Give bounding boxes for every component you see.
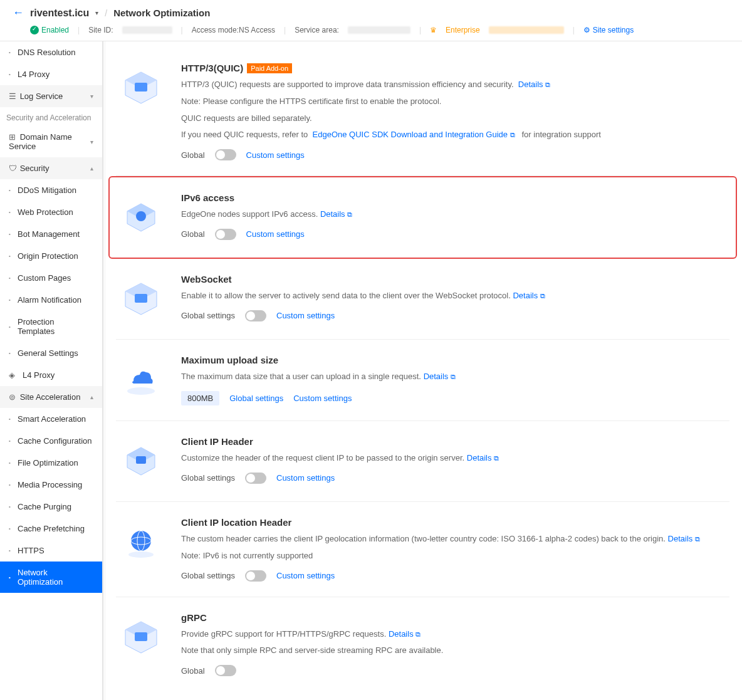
plan-detail-redacted	[489, 26, 564, 34]
feature-indent1-http3: QUIC requests are billed separately.	[181, 112, 729, 125]
custom-settings-link[interactable]: Custom settings	[276, 311, 335, 320]
feature-title-client-ip: Client IP Header	[181, 436, 253, 447]
svg-point-13	[128, 551, 154, 558]
sidebar-item-protection-templates[interactable]: Protection Templates	[0, 311, 102, 342]
external-link-icon: ⧉	[347, 211, 352, 218]
window-icon: ⊞	[9, 132, 18, 142]
feature-indent2-prefix: If you need QUIC requests, refer to	[181, 130, 308, 139]
status-enabled: Enabled	[30, 26, 69, 34]
sidebar-item-network-optimization[interactable]: Network Optimization	[0, 562, 102, 593]
chevron-down-icon: ▾	[90, 138, 93, 145]
sidebar-item-dns-resolution[interactable]: DNS Resolution	[0, 41, 102, 63]
back-arrow-icon[interactable]: ←	[13, 6, 24, 19]
sidebar-item-bot-management[interactable]: Bot Management	[0, 223, 102, 245]
breadcrumb-separator: /	[105, 8, 107, 18]
toggle-client-ip-location[interactable]	[245, 570, 266, 582]
external-link-icon: ⧉	[510, 131, 515, 138]
details-link[interactable]: Details ⧉	[518, 80, 550, 89]
feature-desc-ipv6: EdgeOne nodes support IPv6 access.	[181, 209, 318, 219]
site-id-label: Site ID:	[88, 26, 113, 34]
details-link[interactable]: Details ⧉	[467, 453, 499, 462]
custom-settings-link[interactable]: Custom settings	[276, 571, 335, 580]
feature-note-grpc: Note that only simple RPC and server-sid…	[181, 644, 729, 657]
details-link[interactable]: Details ⧉	[424, 372, 456, 381]
custom-settings-link[interactable]: Custom settings	[293, 394, 352, 403]
details-link[interactable]: Details ⧉	[389, 629, 421, 639]
sidebar-item-web-protection[interactable]: Web Protection	[0, 201, 102, 223]
external-link-icon: ⧉	[540, 292, 545, 300]
feature-icon-client-ip	[116, 436, 166, 486]
sidebar-item-origin-protection[interactable]: Origin Protection	[0, 245, 102, 267]
feature-note-http3: Note: Please configure the HTTPS certifi…	[181, 95, 729, 108]
external-link-icon: ⧉	[695, 535, 700, 543]
sidebar-item-https[interactable]: HTTPS	[0, 540, 102, 562]
speed-icon: ⊚	[9, 392, 18, 402]
page-header: ← riventest.icu ▾ / Network Optimization…	[0, 0, 742, 41]
toggle-grpc[interactable]	[215, 665, 236, 676]
sidebar-item-site-acceleration[interactable]: ⊚ Site Acceleration ▴	[0, 386, 102, 408]
svg-rect-2	[135, 83, 147, 91]
feature-card-max-upload: Maximum upload size The maximum data siz…	[116, 340, 729, 421]
custom-settings-link[interactable]: Custom settings	[276, 473, 335, 483]
toggle-http3[interactable]	[215, 149, 236, 160]
sidebar-item-log-service[interactable]: ☰ Log Service ▾	[0, 85, 102, 107]
sidebar-item-cache-configuration[interactable]: Cache Configuration	[0, 430, 102, 452]
sidebar-item-l4-proxy[interactable]: ◈ L4 Proxy	[0, 364, 102, 386]
feature-icon-globe	[116, 517, 166, 567]
sidebar-item-custom-pages[interactable]: Custom Pages	[0, 267, 102, 289]
toggle-client-ip[interactable]	[245, 473, 266, 484]
feature-icon-websocket	[116, 274, 166, 324]
scope-label: Global settings	[181, 571, 235, 580]
access-mode-value: NS Access	[239, 26, 275, 34]
sidebar-item-l4-proxy-top[interactable]: L4 Proxy	[0, 63, 102, 85]
toggle-websocket[interactable]	[245, 310, 266, 321]
scope-label: Global	[181, 150, 205, 160]
quic-sdk-link[interactable]: EdgeOne QUIC SDK Download and Integratio…	[313, 130, 515, 139]
details-link[interactable]: Details ⧉	[320, 209, 352, 219]
svg-rect-8	[135, 294, 147, 303]
chevron-up-icon: ▴	[90, 394, 93, 400]
service-area-label: Service area:	[295, 26, 339, 34]
feature-title-grpc: gRPC	[181, 612, 207, 623]
sidebar-item-general-settings[interactable]: General Settings	[0, 342, 102, 364]
toggle-ipv6[interactable]	[215, 229, 236, 240]
svg-rect-19	[135, 632, 147, 641]
sidebar-item-ddos[interactable]: DDoS Mitigation	[0, 179, 102, 201]
sidebar-item-cache-purging[interactable]: Cache Purging	[0, 496, 102, 518]
feature-icon-upload	[116, 355, 166, 405]
sidebar-section-label: Security and Acceleration	[0, 107, 102, 126]
sidebar-item-alarm-notification[interactable]: Alarm Notification	[0, 289, 102, 311]
chevron-down-icon: ▾	[90, 93, 93, 100]
details-link[interactable]: Details ⧉	[668, 534, 700, 543]
svg-point-5	[136, 211, 146, 221]
plan-label: Enterprise	[446, 26, 480, 34]
site-settings-link[interactable]: ⚙ Site settings	[583, 26, 634, 34]
global-settings-link[interactable]: Global settings	[229, 394, 283, 403]
enabled-label: Enabled	[41, 26, 69, 34]
chevron-down-icon[interactable]: ▾	[95, 9, 98, 16]
feature-title-http3: HTTP/3(QUIC)	[181, 63, 243, 73]
custom-settings-link[interactable]: Custom settings	[246, 150, 305, 160]
feature-desc-websocket: Enable it to allow the server to activel…	[181, 291, 511, 300]
details-link[interactable]: Details ⧉	[513, 291, 545, 300]
feature-desc-client-ip: Customize the header of the request clie…	[181, 453, 464, 462]
svg-point-9	[127, 387, 155, 395]
custom-settings-link[interactable]: Custom settings	[246, 229, 305, 239]
sidebar: DNS Resolution L4 Proxy ☰ Log Service ▾ …	[0, 41, 103, 700]
site-name[interactable]: riventest.icu	[30, 8, 89, 19]
sidebar-item-domain-name-service[interactable]: ⊞ Domain Name Service ▾	[0, 126, 102, 157]
feature-title-upload: Maximum upload size	[181, 355, 278, 365]
sidebar-item-smart-acceleration[interactable]: Smart Acceleration	[0, 408, 102, 430]
svg-point-14	[131, 531, 151, 551]
sidebar-item-security[interactable]: 🛡 Security ▴	[0, 157, 102, 179]
scope-label: Global	[181, 229, 205, 239]
feature-desc-http3: HTTP/3 (QUIC) requests are supported to …	[181, 80, 514, 89]
sidebar-item-file-optimization[interactable]: File Optimization	[0, 452, 102, 474]
main-content: HTTP/3(QUIC) Paid Add-on HTTP/3 (QUIC) r…	[103, 41, 742, 700]
sidebar-item-cache-prefetching[interactable]: Cache Prefetching	[0, 518, 102, 540]
cube-icon: ◈	[9, 370, 18, 380]
feature-indent2-suffix: for integration support	[522, 130, 601, 139]
feature-icon-ipv6	[116, 192, 166, 243]
sidebar-item-media-processing[interactable]: Media Processing	[0, 474, 102, 496]
feature-desc-client-ip-location: The custom header carries the client IP …	[181, 534, 666, 543]
